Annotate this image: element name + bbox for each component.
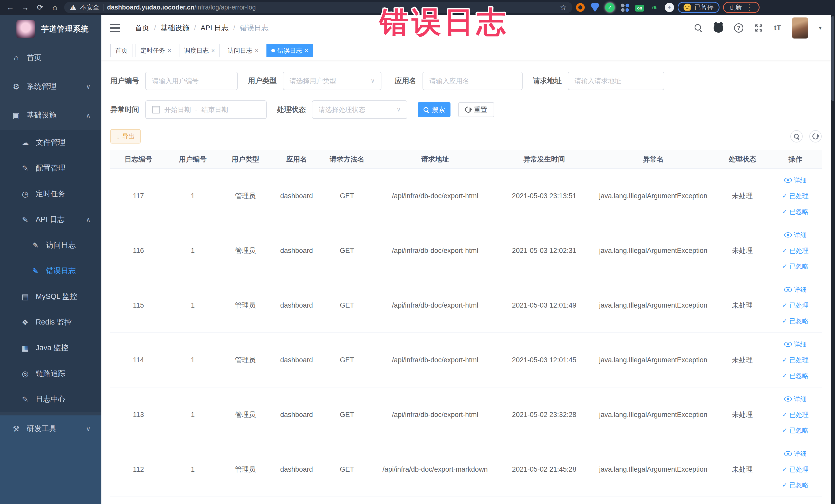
action-详细[interactable]: 详细: [784, 285, 807, 294]
action-已处理[interactable]: ✓已处理: [782, 465, 809, 474]
help-icon[interactable]: [734, 23, 744, 33]
sidebar-item-链路追踪[interactable]: ◎链路追踪: [0, 361, 101, 386]
update-label: 更新: [729, 3, 742, 12]
user-type-select[interactable]: 请选择用户类型 ∨: [283, 72, 382, 90]
export-button[interactable]: ↓ 导出: [110, 129, 141, 143]
action-详细[interactable]: 详细: [784, 340, 807, 349]
search-button[interactable]: 搜索: [418, 102, 450, 117]
ext-on-badge-icon[interactable]: on: [635, 5, 644, 12]
action-已处理[interactable]: ✓已处理: [782, 410, 809, 419]
action-已处理[interactable]: ✓已处理: [782, 246, 809, 255]
action-已忽略[interactable]: ✓已忽略: [782, 371, 809, 380]
cell-user_id: 1: [167, 442, 219, 497]
user-id-input[interactable]: 请输入用户编号: [145, 72, 238, 90]
tab-访问日志[interactable]: 访问日志×: [223, 44, 263, 57]
app-logo[interactable]: 芋道管理系统: [0, 15, 101, 43]
sidebar-item-MySQL-监控[interactable]: ▤MySQL 监控: [0, 284, 101, 309]
ext-puzzle-icon[interactable]: ✦: [665, 3, 674, 12]
action-详细[interactable]: 详细: [784, 449, 807, 458]
ext-leaf-icon[interactable]: ❧: [650, 3, 659, 12]
action-详细[interactable]: 详细: [784, 231, 807, 239]
sidebar-item-label: 配置管理: [36, 163, 65, 173]
browser-scrollbar[interactable]: [831, 15, 835, 504]
home-icon[interactable]: ⌂: [49, 0, 61, 15]
cell-url: /api/infra/db-doc/export-html: [372, 223, 497, 278]
forward-icon[interactable]: →: [20, 0, 31, 15]
sidebar-item-日志中心[interactable]: ✎日志中心: [0, 386, 101, 412]
paused-label: 已暂停: [694, 3, 714, 12]
sidebar-item-文件管理[interactable]: ☁文件管理: [0, 130, 101, 155]
back-icon[interactable]: ←: [5, 0, 16, 15]
sidebar-fold-icon[interactable]: [110, 24, 120, 32]
close-icon[interactable]: ×: [255, 47, 259, 54]
kebab-menu-icon[interactable]: ⋮: [746, 3, 754, 12]
process-status-select[interactable]: 请选择处理状态 ∨: [312, 100, 407, 119]
ext-blue-shield-icon[interactable]: [590, 3, 599, 12]
security-label: 不安全: [80, 3, 99, 12]
close-icon[interactable]: ×: [305, 47, 308, 54]
search-toggle-button[interactable]: [790, 130, 803, 142]
sidebar-item-首页[interactable]: ⌂首页: [0, 43, 101, 72]
sidebar-item-定时任务[interactable]: ◷定时任务: [0, 181, 101, 207]
cell-method: GET: [321, 169, 372, 223]
exception-time-range-picker[interactable]: 开始日期 - 结束日期: [145, 100, 267, 119]
sidebar-item-研发工具[interactable]: ⚒研发工具∨: [0, 416, 101, 442]
breadcrumb-item[interactable]: 首页: [135, 23, 149, 33]
tab-错误日志[interactable]: 错误日志×: [266, 44, 313, 57]
sidebar-item-Java-监控[interactable]: ▦Java 监控: [0, 335, 101, 361]
action-已处理[interactable]: ✓已处理: [782, 356, 809, 364]
ext-green-check-icon[interactable]: ✓: [605, 3, 614, 12]
action-详细[interactable]: 详细: [784, 176, 807, 185]
app-name-input[interactable]: 请输入应用名: [423, 72, 523, 90]
sidebar-item-配置管理[interactable]: ✎配置管理: [0, 155, 101, 181]
github-icon[interactable]: [714, 23, 724, 33]
tab-首页[interactable]: 首页: [110, 44, 133, 57]
ext-orange-ring-icon[interactable]: [576, 3, 585, 12]
sidebar-item-错误日志[interactable]: ✎错误日志: [0, 258, 101, 284]
request-url-input[interactable]: 请输入请求地址: [568, 72, 664, 90]
ext-grid-icon[interactable]: [620, 3, 629, 12]
sidebar-item-基础设施[interactable]: ▣基础设施∧: [0, 101, 101, 130]
action-label: 详细: [794, 231, 807, 239]
action-label: 已忽略: [789, 481, 809, 489]
breadcrumb-item[interactable]: 基础设施: [161, 23, 189, 33]
tab-调度日志[interactable]: 调度日志×: [179, 44, 220, 57]
cell-status: 未处理: [716, 333, 769, 387]
avatar[interactable]: [792, 18, 808, 39]
process-status-placeholder: 请选择处理状态: [319, 105, 365, 114]
sidebar-item-label: 访问日志: [46, 240, 76, 250]
action-label: 详细: [794, 449, 807, 458]
sidebar-item-访问日志[interactable]: ✎访问日志: [0, 233, 101, 258]
sidebar-item-Redis-监控[interactable]: ❖Redis 监控: [0, 309, 101, 335]
action-详细[interactable]: 详细: [784, 395, 807, 403]
app-title: 芋道管理系统: [41, 24, 89, 35]
paused-extension-badge[interactable]: 已暂停: [678, 2, 719, 13]
action-已忽略[interactable]: ✓已忽略: [782, 207, 809, 216]
action-已处理[interactable]: ✓已处理: [782, 301, 809, 310]
search-icon[interactable]: [694, 24, 703, 32]
action-已忽略[interactable]: ✓已忽略: [782, 262, 809, 270]
font-size-icon[interactable]: tT: [774, 24, 781, 32]
cell-user_type: 管理员: [219, 442, 272, 497]
bookmark-star-icon[interactable]: ☆: [560, 3, 567, 12]
breadcrumb-item[interactable]: API 日志: [201, 23, 229, 33]
reload-icon[interactable]: ⟳: [34, 0, 46, 15]
sidebar-item-系统管理[interactable]: ⚙系统管理∨: [0, 72, 101, 101]
action-已忽略[interactable]: ✓已忽略: [782, 317, 809, 325]
fullscreen-icon[interactable]: [754, 23, 763, 33]
chevron-down-icon[interactable]: ▾: [819, 25, 822, 31]
sidebar-item-API-日志[interactable]: ✎API 日志∧: [0, 207, 101, 233]
action-已处理[interactable]: ✓已处理: [782, 192, 809, 200]
tab-定时任务[interactable]: 定时任务×: [136, 44, 176, 57]
close-icon[interactable]: ×: [211, 47, 215, 54]
reset-button[interactable]: 重置: [458, 102, 494, 117]
cell-url: /api/infra/db-doc/export-html: [372, 278, 497, 333]
not-secure-warning-icon[interactable]: [70, 5, 77, 10]
scrollbar-thumb[interactable]: [831, 16, 834, 101]
action-已忽略[interactable]: ✓已忽略: [782, 426, 809, 435]
update-button[interactable]: 更新 ⋮: [723, 2, 759, 13]
close-icon[interactable]: ×: [168, 47, 171, 54]
refresh-button[interactable]: [809, 130, 822, 142]
action-已忽略[interactable]: ✓已忽略: [782, 481, 809, 489]
cell-method: GET: [321, 278, 372, 333]
